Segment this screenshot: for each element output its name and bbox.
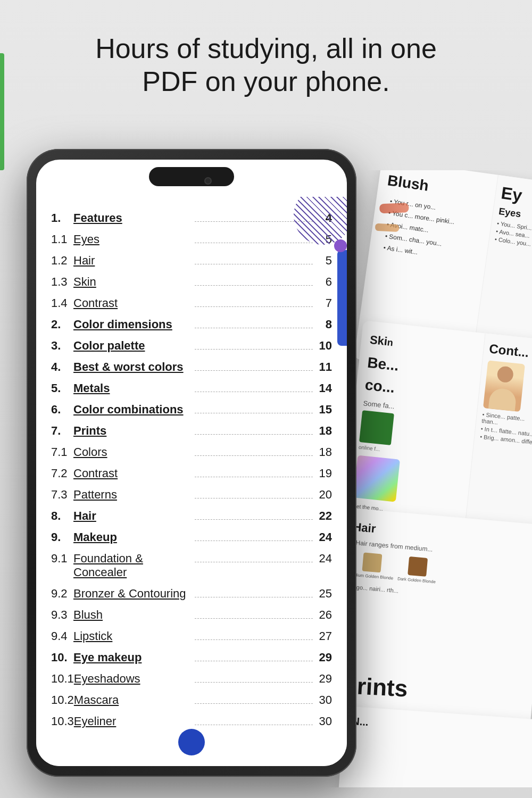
hair-swatch-2-wrapper: Dark Golden Blonde (397, 555, 438, 585)
bottom-blue-circle (178, 729, 205, 755)
toc-title[interactable]: Skin (73, 275, 192, 289)
toc-title[interactable]: Metals (73, 381, 192, 395)
toc-title[interactable]: Contrast (73, 296, 192, 310)
toc-dots (195, 477, 313, 477)
toc-dots (195, 455, 313, 456)
toc-page-number: 20 (316, 488, 332, 502)
toc-item[interactable]: 9.Makeup24 (51, 527, 332, 548)
toc-page-number: 15 (316, 403, 332, 417)
toc-item[interactable]: 5.Metals14 (51, 378, 332, 399)
toc-dots (195, 562, 313, 562)
toc-item[interactable]: 3.Color palette10 (51, 335, 332, 356)
blue-sidebar-decoration (337, 250, 347, 346)
toc-dots (195, 413, 313, 413)
toc-number: 10.3 (51, 714, 74, 728)
toc-item[interactable]: 10.1Eyeshadows29 (51, 668, 332, 689)
toc-item[interactable]: 1.4Contrast7 (51, 293, 332, 314)
toc-title[interactable]: Color dimensions (73, 318, 192, 331)
toc-dots (195, 541, 313, 541)
toc-title[interactable]: Features (73, 211, 192, 225)
toc-item[interactable]: 7.2Contrast19 (51, 463, 332, 484)
toc-page-number: 7 (316, 296, 332, 310)
toc-title[interactable]: Color palette (73, 339, 192, 353)
purple-dot-decoration (334, 239, 347, 252)
toc-page-number: 19 (316, 467, 332, 480)
toc-title[interactable]: Best & worst colors (73, 360, 192, 374)
toc-title[interactable]: Bronzer & Contouring (73, 587, 192, 601)
header-line2: PDF on your phone. (0, 65, 532, 98)
toc-title[interactable]: Blush (73, 608, 192, 622)
toc-page-number: 24 (316, 552, 332, 566)
toc-item[interactable]: 2.Color dimensions8 (51, 314, 332, 335)
toc-item[interactable]: 9.3Blush26 (51, 604, 332, 626)
phone-shell: 1.Features41.1Eyes51.2Hair51.3Skin61.4Co… (27, 149, 356, 777)
toc-item[interactable]: 10.2Mascara30 (51, 689, 332, 711)
header-line1: Hours of studying, all in one (0, 32, 532, 65)
toc-number: 10.2 (51, 693, 74, 707)
toc-number: 1.4 (51, 296, 73, 310)
toc-page-number: 18 (316, 424, 332, 438)
toc-title[interactable]: Prints (73, 424, 192, 438)
toc-item[interactable]: 7.1Colors18 (51, 442, 332, 463)
toc-number: 9.4 (51, 629, 73, 643)
toc-number: 10.1 (51, 672, 74, 686)
toc-title[interactable]: Hair (73, 509, 192, 523)
toc-title[interactable]: Makeup (73, 530, 192, 544)
toc-page-number: 26 (316, 608, 332, 622)
dynamic-island (149, 167, 234, 186)
toc-page-number: 30 (316, 693, 332, 707)
toc-item[interactable]: 1.1Eyes5 (51, 229, 332, 250)
toc-page-number: 30 (316, 714, 332, 728)
toc-item[interactable]: 1.3Skin6 (51, 271, 332, 293)
toc-number: 5. (51, 381, 73, 395)
toc-dots (195, 264, 313, 264)
toc-title[interactable]: Color combinations (73, 403, 192, 417)
toc-item[interactable]: 8.Hair22 (51, 505, 332, 527)
eyes-big-title: Ey (500, 183, 532, 210)
phone-device: 1.Features41.1Eyes51.2Hair51.3Skin61.4Co… (27, 149, 356, 777)
toc-dots (195, 498, 313, 498)
toc-dots (195, 392, 313, 392)
green-color-swatch (359, 410, 394, 445)
toc-item[interactable]: 9.4Lipstick27 (51, 626, 332, 647)
toc-number: 1.3 (51, 275, 73, 289)
toc-title[interactable]: Hair (73, 254, 192, 268)
toc-dots (195, 639, 313, 640)
toc-item[interactable]: 1.Features4 (51, 207, 332, 229)
toc-page-number: 6 (316, 275, 332, 289)
toc-title[interactable]: Eyeliner (74, 714, 192, 728)
toc-item[interactable]: 4.Best & worst colors11 (51, 356, 332, 378)
toc-dots (195, 306, 313, 307)
toc-item[interactable]: 6.Color combinations15 (51, 399, 332, 420)
toc-title[interactable]: Eye makeup (73, 651, 192, 664)
toc-title[interactable]: Contrast (73, 467, 192, 480)
toc-page-number: 11 (316, 360, 332, 374)
toc-title[interactable]: Eyeshadows (74, 672, 192, 686)
toc-dots (195, 682, 313, 683)
portrait-body (488, 387, 517, 411)
phone-screen: 1.Features41.1Eyes51.2Hair51.3Skin61.4Co… (36, 160, 347, 766)
toc-dots (195, 349, 313, 350)
toc-item[interactable]: 7.3Patterns20 (51, 484, 332, 505)
toc-title[interactable]: Mascara (74, 693, 192, 707)
toc-item[interactable]: 9.1Foundation & Concealer24 (51, 548, 332, 583)
toc-number: 9.3 (51, 608, 73, 622)
toc-item[interactable]: 1.2Hair5 (51, 250, 332, 271)
toc-page-number: 22 (316, 509, 332, 523)
toc-dots (195, 285, 313, 286)
contrast-title: Cont... (488, 341, 532, 362)
toc-title[interactable]: Foundation & Concealer (73, 552, 192, 579)
toc-number: 10. (51, 651, 73, 664)
toc-page-number: 27 (316, 629, 332, 643)
toc-item[interactable]: 10.Eye makeup29 (51, 647, 332, 668)
toc-title[interactable]: Colors (73, 445, 192, 459)
toc-title[interactable]: Patterns (73, 488, 192, 502)
toc-title[interactable]: Eyes (73, 232, 192, 246)
hair-label-2: Dark Golden Blonde (397, 576, 436, 585)
toc-page-number: 29 (316, 672, 332, 686)
bg-page-bottom: N... (337, 706, 532, 787)
toc-item[interactable]: 9.2Bronzer & Contouring25 (51, 583, 332, 604)
toc-title[interactable]: Lipstick (73, 629, 192, 643)
toc-item[interactable]: 7.Prints18 (51, 420, 332, 442)
toc-number: 8. (51, 509, 73, 523)
